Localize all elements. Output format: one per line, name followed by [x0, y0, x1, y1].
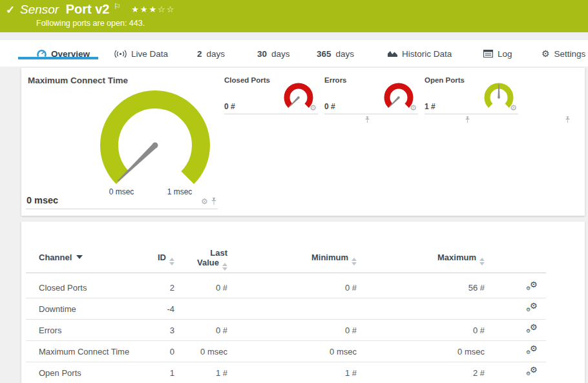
channel-minimum: 0 # — [279, 320, 357, 341]
channel-minimum: 0 msec — [279, 341, 357, 362]
tab-label: Historic Data — [402, 49, 452, 59]
gear-icon[interactable]: ⚙ — [310, 103, 317, 112]
channel-minimum: 0 # — [279, 277, 357, 298]
main-gauge-arc — [109, 99, 201, 178]
channel-last-value: 1 # — [163, 362, 227, 383]
small-gauge-value: 0 # — [224, 102, 235, 111]
column-header-maximum[interactable]: Maximum — [407, 253, 485, 265]
flag-icon[interactable]: ⚐ — [114, 2, 121, 11]
table-row-maximum-connect-time: Maximum Connect Time 0 0 msec 0 msec 0 m… — [21, 341, 585, 362]
channel-last-value: 0 # — [163, 277, 227, 298]
channel-id: -4 — [123, 298, 174, 320]
table-row-open-ports: Open Ports 1 1 # 1 # 2 # ⚙⚙ — [21, 362, 585, 383]
channels-panel: Channel ID Last Value Minimum Maximum Cl… — [21, 222, 585, 383]
column-header-channel[interactable]: Channel — [39, 253, 83, 262]
main-gauge-scale-min: 0 msec — [99, 187, 144, 196]
column-header-last-value[interactable]: Last Value — [163, 248, 227, 271]
pin-icon[interactable] — [565, 116, 571, 124]
small-gauge-title: Errors — [324, 76, 347, 84]
divider — [26, 273, 546, 273]
check-icon: ✓ — [6, 3, 15, 17]
small-gauge-value: 1 # — [425, 102, 436, 111]
channel-maximum: 0 # — [407, 320, 485, 341]
pin-icon[interactable] — [211, 198, 217, 206]
small-gauge-title: Open Ports — [425, 76, 465, 84]
small-gauge-value: 0 # — [324, 102, 335, 111]
gauge-block-errors: Errors 0 # ⚙ — [324, 68, 418, 216]
sensor-page: ✓ Sensor Port v2 ⚐ ★★★☆☆ Following ports… — [0, 0, 588, 383]
tab-label: Log — [498, 49, 512, 59]
sort-icon — [352, 258, 357, 265]
edit-channel-icon[interactable]: ⚙⚙ — [525, 298, 541, 320]
area-chart-icon — [388, 50, 397, 57]
table-row-errors: Errors 3 0 # 0 # 0 # ⚙⚙ — [21, 320, 585, 341]
channel-last-value: 0 msec — [163, 341, 227, 362]
tab-label: days — [336, 49, 355, 59]
gear-icon[interactable]: ⚙ — [510, 103, 517, 112]
gauge-block-open-ports: Open Ports 1 # ⚙ — [425, 68, 518, 216]
divider — [224, 114, 318, 114]
tab-live-data[interactable]: Live Data — [114, 47, 168, 61]
sort-desc-icon — [76, 255, 83, 259]
divider — [425, 114, 518, 114]
tab-settings[interactable]: ⚙ Settings — [541, 47, 585, 61]
channel-maximum: 56 # — [407, 277, 485, 298]
sensor-kind-label: Sensor — [20, 3, 59, 16]
table-row-closed-ports: Closed Ports 2 0 # 0 # 56 # ⚙⚙ — [21, 277, 585, 298]
table-row-downtime: Downtime -4 ⚙⚙ — [21, 298, 585, 320]
tab-bar: Overview Live Data 2 days 30 days 365 da… — [0, 40, 588, 67]
tab-historic-data[interactable]: Historic Data — [388, 47, 452, 61]
tab-365-days[interactable]: 365 days — [317, 47, 354, 61]
gauges-panel: Maximum Connect Time 0 msec 1 msec 0 mse… — [21, 68, 585, 216]
channel-minimum: 1 # — [279, 362, 357, 383]
sensor-title: Port v2 — [66, 2, 110, 16]
gear-icon[interactable]: ⚙ — [410, 103, 417, 112]
log-icon — [483, 50, 493, 57]
channel-maximum: 0 msec — [407, 341, 485, 362]
main-gauge-needle — [116, 141, 159, 183]
sensor-status-message: Following ports are open: 443. — [36, 19, 145, 28]
tab-label: days — [271, 49, 290, 59]
sensor-status-banner: ✓ Sensor Port v2 ⚐ ★★★☆☆ Following ports… — [0, 0, 588, 32]
main-gauge-scale-max: 1 msec — [157, 187, 202, 196]
live-data-icon — [114, 50, 127, 58]
priority-stars[interactable]: ★★★☆☆ — [131, 5, 175, 14]
gauge-block-closed-ports: Closed Ports 0 # ⚙ — [224, 68, 318, 216]
tab-2-days[interactable]: 2 days — [197, 47, 225, 61]
small-gauge-title: Closed Ports — [224, 76, 270, 84]
main-gauge-value: 0 msec — [26, 195, 58, 205]
active-tab-indicator — [18, 57, 98, 59]
tab-30-days[interactable]: 30 days — [257, 47, 290, 61]
gear-icon[interactable]: ⚙ — [201, 197, 208, 206]
edit-channel-icon[interactable]: ⚙⚙ — [525, 362, 541, 383]
divider — [324, 114, 418, 114]
small-gauge-arc — [287, 86, 310, 106]
edit-channel-icon[interactable]: ⚙⚙ — [525, 320, 541, 341]
tab-log[interactable]: Log — [483, 47, 512, 61]
channel-last-value: 0 # — [163, 320, 227, 341]
column-header-minimum[interactable]: Minimum — [279, 253, 357, 265]
tab-label: days — [207, 49, 226, 59]
channel-maximum: 2 # — [407, 362, 485, 383]
sort-icon — [479, 258, 485, 265]
tab-label: Live Data — [131, 49, 168, 59]
small-gauge-arc — [387, 86, 410, 106]
tab-label: Settings — [554, 49, 586, 59]
edit-channel-icon[interactable]: ⚙⚙ — [525, 341, 541, 362]
edit-channel-icon[interactable]: ⚙⚙ — [525, 277, 541, 298]
sort-icon — [222, 263, 227, 271]
divider — [26, 209, 218, 209]
